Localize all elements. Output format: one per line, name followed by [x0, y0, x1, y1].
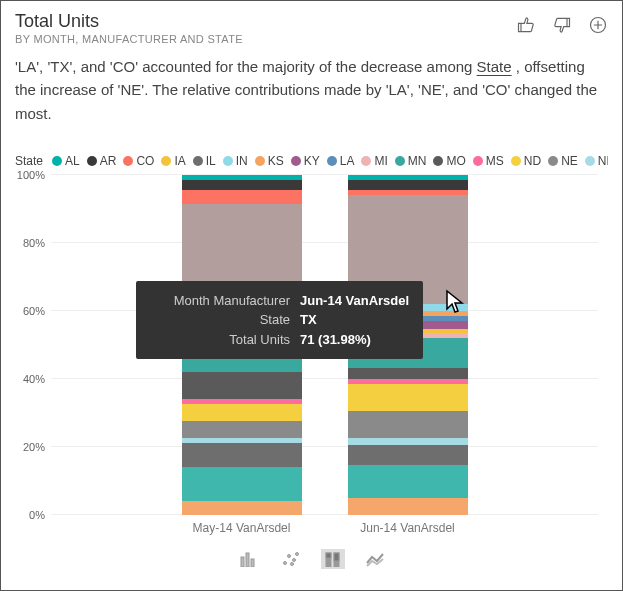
bar-segment[interactable] — [182, 443, 302, 467]
insight-pre: 'LA', 'TX', and 'CO' accounted for the m… — [15, 58, 477, 75]
y-tick-label: 100% — [17, 169, 45, 181]
header-actions — [516, 11, 608, 39]
y-tick-label: 20% — [23, 441, 45, 453]
legend-item-label: KY — [304, 154, 320, 168]
bar-segment[interactable] — [348, 438, 468, 445]
svg-point-6 — [292, 558, 295, 561]
legend-item[interactable]: AR — [87, 154, 117, 168]
legend-title: State — [15, 154, 43, 168]
svg-rect-2 — [246, 553, 249, 567]
legend-dot-icon — [87, 156, 97, 166]
legend-dot-icon — [585, 156, 595, 166]
svg-rect-1 — [241, 557, 244, 567]
clustered-bar-icon[interactable] — [237, 549, 261, 569]
bar-segment[interactable] — [348, 180, 468, 190]
legend-item[interactable]: ND — [511, 154, 541, 168]
insight-card: Total Units BY MONTH, MANUFACTURER AND S… — [0, 0, 623, 591]
legend-item[interactable]: AL — [52, 154, 80, 168]
legend-dot-icon — [193, 156, 203, 166]
legend-dot-icon — [255, 156, 265, 166]
stacked-bar-icon[interactable] — [321, 549, 345, 569]
thumbs-up-icon[interactable] — [516, 15, 536, 39]
legend-dot-icon — [327, 156, 337, 166]
ribbon-icon[interactable] — [363, 549, 387, 569]
legend-item-label: LA — [340, 154, 355, 168]
bar-segment[interactable] — [348, 465, 468, 497]
insight-link[interactable]: State — [477, 58, 512, 75]
bar-segment[interactable] — [182, 190, 302, 204]
tooltip-value: TX — [300, 310, 317, 330]
insight-text: 'LA', 'TX', and 'CO' accounted for the m… — [15, 55, 608, 125]
svg-rect-3 — [251, 559, 254, 567]
y-axis: 0%20%40%60%80%100% — [15, 175, 51, 515]
legend-item[interactable]: IN — [223, 154, 248, 168]
legend-dot-icon — [361, 156, 371, 166]
bar-segment[interactable] — [182, 421, 302, 438]
bar-segment[interactable] — [182, 180, 302, 190]
svg-point-4 — [283, 561, 286, 564]
bar-segment[interactable] — [348, 411, 468, 438]
y-tick-label: 40% — [23, 373, 45, 385]
bar-segment[interactable] — [182, 467, 302, 501]
tooltip-key: Month Manufacturer — [150, 291, 290, 311]
legend-item-label: AL — [65, 154, 80, 168]
legend-item[interactable]: LA — [327, 154, 355, 168]
svg-rect-12 — [334, 553, 339, 561]
thumbs-down-icon[interactable] — [552, 15, 572, 39]
legend-item-label: NE — [561, 154, 578, 168]
bar-segment[interactable] — [182, 372, 302, 399]
legend-item[interactable]: CO — [123, 154, 154, 168]
legend-dot-icon — [223, 156, 233, 166]
legend-item[interactable]: KY — [291, 154, 320, 168]
legend-item[interactable]: NM — [585, 154, 608, 168]
legend-item[interactable]: IL — [193, 154, 216, 168]
legend-item-label: MO — [446, 154, 465, 168]
legend-item[interactable]: MI — [361, 154, 387, 168]
bar-segment[interactable] — [348, 498, 468, 515]
bar-segment[interactable] — [348, 384, 468, 411]
legend-dot-icon — [161, 156, 171, 166]
legend-item[interactable]: KS — [255, 154, 284, 168]
legend-item-label: NM — [598, 154, 608, 168]
svg-point-8 — [290, 562, 293, 565]
tooltip-key: Total Units — [150, 330, 290, 350]
legend-item[interactable]: IA — [161, 154, 185, 168]
legend-item-label: MI — [374, 154, 387, 168]
chart-tooltip: Month ManufacturerJun-14 VanArsdel State… — [136, 281, 423, 360]
legend-item-label: AR — [100, 154, 117, 168]
legend-dot-icon — [52, 156, 62, 166]
x-tick-label: Jun-14 VanArsdel — [348, 521, 468, 535]
legend-item-label: IL — [206, 154, 216, 168]
legend-dot-icon — [548, 156, 558, 166]
bar-segment[interactable] — [348, 368, 468, 378]
tooltip-value: Jun-14 VanArsdel — [300, 291, 409, 311]
legend: State ALARCOIAILINKSKYLAMIMNMOMSNDNENM ▶ — [15, 153, 608, 169]
y-tick-label: 60% — [23, 305, 45, 317]
legend-item[interactable]: MO — [433, 154, 465, 168]
legend-dot-icon — [473, 156, 483, 166]
title-block: Total Units BY MONTH, MANUFACTURER AND S… — [15, 11, 516, 45]
x-axis: May-14 VanArsdel Jun-14 VanArsdel — [51, 521, 598, 535]
legend-item-label: MS — [486, 154, 504, 168]
y-tick-label: 80% — [23, 237, 45, 249]
chart-plot: 0%20%40%60%80%100% Month ManufacturerJun… — [51, 175, 598, 515]
card-title: Total Units — [15, 11, 516, 32]
legend-item[interactable]: MS — [473, 154, 504, 168]
legend-dot-icon — [511, 156, 521, 166]
card-subtitle: BY MONTH, MANUFACTURER AND STATE — [15, 33, 516, 45]
legend-item[interactable]: NE — [548, 154, 578, 168]
legend-item-label: IA — [174, 154, 185, 168]
bar-segment[interactable] — [182, 501, 302, 515]
svg-point-7 — [295, 552, 298, 555]
legend-dot-icon — [395, 156, 405, 166]
bar-segment[interactable] — [348, 445, 468, 465]
bar-segment[interactable] — [182, 404, 302, 421]
legend-item[interactable]: MN — [395, 154, 427, 168]
tooltip-value: 71 (31.98%) — [300, 330, 371, 350]
legend-item-label: KS — [268, 154, 284, 168]
legend-item-label: MN — [408, 154, 427, 168]
y-tick-label: 0% — [29, 509, 45, 521]
legend-dot-icon — [433, 156, 443, 166]
scatter-icon[interactable] — [279, 549, 303, 569]
add-icon[interactable] — [588, 15, 608, 39]
